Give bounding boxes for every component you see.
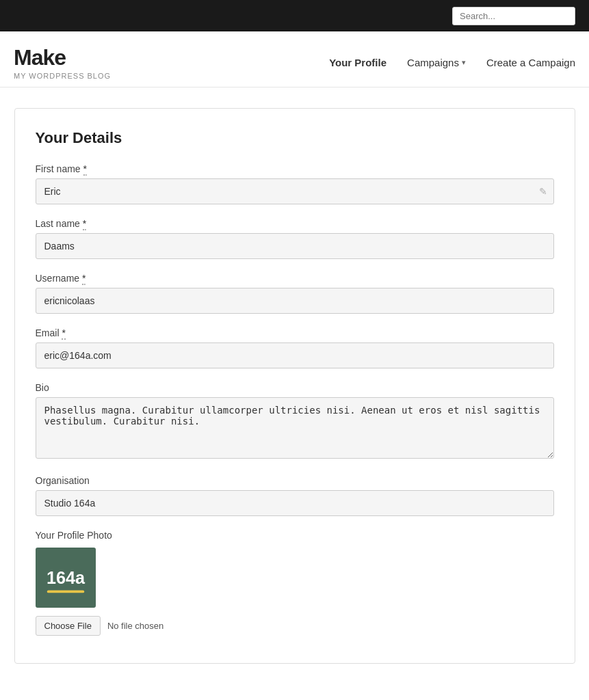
site-tagline: MY WORDPRESS BLOG — [14, 72, 111, 80]
organisation-input[interactable] — [36, 490, 554, 516]
email-required: * — [62, 327, 65, 340]
last-name-input[interactable] — [36, 233, 554, 259]
username-label: Username * — [36, 273, 554, 284]
username-input[interactable] — [36, 288, 554, 314]
nav-create-campaign[interactable]: Create a Campaign — [486, 57, 575, 68]
no-file-text: No file chosen — [107, 621, 163, 631]
last-name-label: Last name * — [36, 218, 554, 229]
first-name-input[interactable] — [36, 178, 554, 204]
nav-campaigns[interactable]: Campaigns ▾ — [407, 57, 466, 68]
top-bar — [0, 0, 589, 31]
site-nav: Your Profile Campaigns ▾ Create a Campai… — [329, 57, 575, 68]
email-label: Email * — [36, 327, 554, 338]
file-upload-row: Choose File No file chosen — [36, 616, 554, 636]
first-name-input-wrapper: ✎ — [36, 178, 554, 204]
first-name-label: First name * — [36, 163, 554, 174]
organisation-label: Organisation — [36, 475, 554, 486]
email-input[interactable] — [36, 342, 554, 368]
logo-svg: 164a — [42, 558, 90, 597]
chevron-down-icon: ▾ — [462, 58, 466, 67]
main-content: Your Details First name * ✎ Last name * … — [0, 88, 589, 684]
logo-164a: 164a — [42, 557, 90, 598]
choose-file-button[interactable]: Choose File — [36, 616, 101, 636]
site-title[interactable]: Make — [14, 45, 111, 70]
organisation-group: Organisation — [36, 475, 554, 516]
first-name-group: First name * ✎ — [36, 163, 554, 204]
bio-label: Bio — [36, 382, 554, 393]
bio-group: Bio Phasellus magna. Curabitur ullamcorp… — [36, 382, 554, 461]
input-icon: ✎ — [539, 186, 547, 197]
site-header: Make MY WORDPRESS BLOG Your Profile Camp… — [0, 31, 589, 88]
bio-textarea[interactable]: Phasellus magna. Curabitur ullamcorper u… — [36, 397, 554, 459]
profile-photo-thumbnail: 164a — [36, 548, 96, 608]
site-branding: Make MY WORDPRESS BLOG — [14, 45, 111, 80]
nav-your-profile[interactable]: Your Profile — [329, 57, 387, 68]
last-name-group: Last name * — [36, 218, 554, 259]
svg-rect-1 — [47, 590, 83, 593]
email-group: Email * — [36, 327, 554, 368]
form-card: Your Details First name * ✎ Last name * … — [14, 108, 575, 664]
username-required: * — [82, 273, 86, 285]
search-input[interactable] — [452, 7, 575, 25]
form-title: Your Details — [36, 129, 554, 147]
username-group: Username * — [36, 273, 554, 314]
first-name-required: * — [83, 163, 87, 176]
svg-text:164a: 164a — [46, 568, 85, 587]
photo-section: Your Profile Photo 164a Choose File No f… — [36, 530, 554, 636]
photo-label: Your Profile Photo — [36, 530, 554, 541]
last-name-required: * — [83, 218, 86, 230]
